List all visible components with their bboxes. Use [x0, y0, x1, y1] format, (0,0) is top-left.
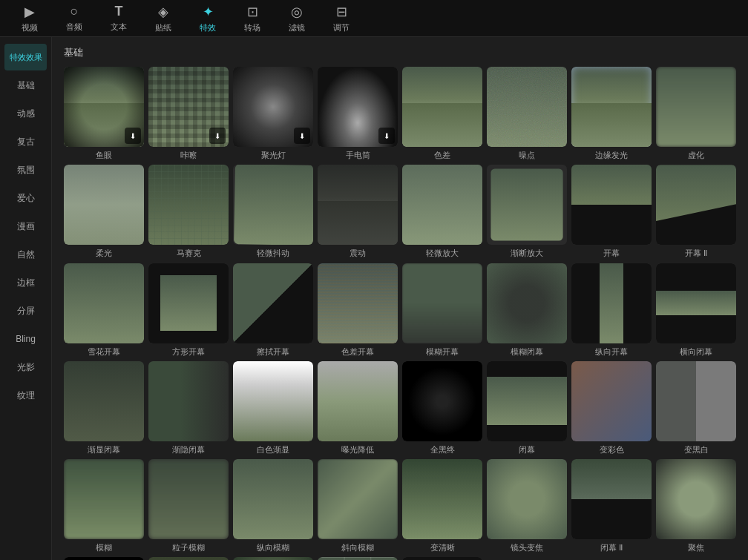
top-toolbar: ▶ 视频 ○ 音频 T 文本 ◈ 贴纸 ✦ 特效 ⊡ 转场 ◎ 滤镜 ⊟ 调节: [0, 0, 748, 37]
effect-vertical-open[interactable]: ⬇ 纵向开幕: [571, 263, 652, 357]
effect-blur-all[interactable]: ⬇ 虚化: [656, 67, 736, 160]
effect-chroma-open[interactable]: ⬇ 色差开幕: [318, 263, 398, 357]
label-noise: 咔嚓: [180, 150, 197, 160]
label-diagonal-blur: 斜向模糊: [341, 542, 374, 553]
toolbar-transitions-label: 转场: [244, 22, 260, 33]
filter-icon: ◎: [291, 4, 303, 20]
effect-flashlight[interactable]: ⬇ 手电筒: [318, 67, 398, 160]
sidebar-item-motion[interactable]: 动感: [4, 100, 47, 127]
toolbar-audio[interactable]: ○ 音频: [52, 2, 96, 35]
download-flashlight[interactable]: ⬇: [378, 128, 395, 144]
effect-film-frame[interactable]: ⬇ 电影画幅: [64, 557, 144, 560]
effect-fade-in[interactable]: ⬇ 渐显闭幕: [64, 361, 144, 455]
sidebar-item-all-effects[interactable]: 特效效果: [4, 44, 47, 70]
sidebar-item-retro[interactable]: 复古: [4, 128, 47, 155]
sidebar-item-basic[interactable]: 基础: [4, 72, 47, 99]
effect-film-effect[interactable]: ⬇ 电影感: [148, 557, 229, 560]
effect-snow-open[interactable]: ⬇ 雪花开幕: [64, 263, 144, 357]
label-all-black: 全黑终: [430, 444, 455, 455]
sidebar-item-light[interactable]: 光影: [4, 354, 47, 381]
toolbar-video-label: 视频: [22, 22, 38, 33]
effect-sharpen[interactable]: ⬇ 变清晰: [402, 459, 482, 553]
effect-dark-corner[interactable]: ⬇ 暗角: [233, 557, 313, 560]
effect-micro-shake[interactable]: ⬇ 轻微抖动: [233, 165, 313, 258]
effect-zoom-out[interactable]: ⬇ 渐断放大: [487, 165, 567, 258]
effect-motion-blur[interactable]: ⬇ 模糊: [64, 459, 144, 553]
effect-shake[interactable]: ⬇ 震动: [318, 165, 398, 258]
sidebar-item-texture[interactable]: 纹理: [4, 382, 47, 409]
label-close: 闭幕: [519, 444, 535, 455]
label-color-change: 变彩色: [600, 444, 624, 455]
toolbar-filter[interactable]: ◎ 滤镜: [275, 2, 319, 35]
label-soft-light: 柔光: [96, 248, 112, 258]
effect-vertical-blur[interactable]: ⬇ 纵向模糊: [233, 459, 313, 553]
effect-grain[interactable]: ⬇ 噪点: [487, 67, 567, 160]
effect-blur-open[interactable]: ⬇ 模糊开幕: [402, 263, 482, 357]
effect-all-black[interactable]: ⬇ 全黑终: [402, 361, 482, 455]
effect-square-open[interactable]: ⬇ 方形开幕: [148, 263, 229, 357]
label-vertical-open: 纵向开幕: [595, 346, 628, 357]
effect-heart-black[interactable]: ⬇ 心跳黑框: [402, 557, 482, 560]
sidebar-item-comic[interactable]: 漫画: [4, 213, 47, 240]
transitions-icon: ⊡: [247, 4, 258, 20]
label-micro-zoom: 轻微放大: [426, 248, 459, 258]
content-area: 基础 ⬇ 鱼眼 ⬇ 咔嚓 ⬇: [52, 37, 748, 560]
effect-fisheye[interactable]: ⬇ 鱼眼: [64, 67, 144, 160]
effect-overexpose[interactable]: ⬇ 曝光降低: [318, 361, 398, 455]
toolbar-text-label: 文本: [111, 22, 127, 33]
effect-fade2[interactable]: ⬇ 闭幕 Ⅱ: [571, 459, 652, 553]
effect-chroma[interactable]: ⬇ 色差: [402, 67, 482, 160]
toolbar-adjust[interactable]: ⊟ 调节: [319, 2, 364, 35]
effect-spotlight[interactable]: ⬇ 聚光灯: [233, 67, 313, 160]
effect-close[interactable]: ⬇ 闭幕: [487, 361, 567, 455]
effect-to-bw[interactable]: ⬇ 变黑白: [656, 361, 736, 455]
label-rub-open: 擦拭开幕: [257, 346, 289, 357]
sidebar-item-frame[interactable]: 边框: [4, 269, 47, 296]
effect-fade-out[interactable]: ⬇ 渐隐闭幕: [148, 361, 229, 455]
effect-rub-open[interactable]: ⬇ 擦拭开幕: [233, 263, 313, 357]
effect-zoom-lens[interactable]: ⬇ 镜头变焦: [487, 459, 567, 553]
download-noise[interactable]: ⬇: [209, 128, 226, 144]
effect-open2[interactable]: ⬇ 开幕 Ⅱ: [656, 165, 736, 258]
sidebar-item-split[interactable]: 分屏: [4, 297, 47, 324]
effect-mosaic[interactable]: ⬇ 马赛克: [148, 165, 229, 258]
label-grain: 噪点: [519, 150, 535, 160]
effect-blur-close[interactable]: ⬇ 模糊闭幕: [487, 263, 567, 357]
effect-white-fade[interactable]: ⬇ 白色渐显: [233, 361, 313, 455]
label-fade-in: 渐显闭幕: [88, 444, 120, 455]
text-icon: T: [115, 4, 123, 19]
effect-open1[interactable]: ⬇ 开幕: [571, 165, 652, 258]
label-square-open: 方形开幕: [172, 346, 205, 357]
toolbar-text[interactable]: T 文本: [96, 2, 141, 35]
label-fade-out: 渐隐闭幕: [172, 444, 205, 455]
download-spotlight[interactable]: ⬇: [294, 128, 310, 144]
toolbar-sticker-label: 贴纸: [155, 22, 171, 33]
effect-focus[interactable]: ⬇ 聚焦: [656, 459, 736, 553]
label-zoom-out: 渐断放大: [511, 248, 543, 258]
toolbar-sticker[interactable]: ◈ 贴纸: [141, 2, 186, 35]
label-edge-glow: 边缘发光: [595, 150, 628, 160]
effect-diagonal-blur[interactable]: ⬇ 斜向模糊: [318, 459, 398, 553]
effect-color-change[interactable]: ⬇ 变彩色: [571, 361, 652, 455]
video-icon: ▶: [24, 4, 35, 20]
effect-particle-blur[interactable]: ⬇ 粒子模糊: [148, 459, 229, 553]
label-shake: 震动: [350, 248, 366, 258]
label-blur-open: 模糊开幕: [426, 346, 459, 357]
effect-soft-light[interactable]: ⬇ 柔光: [64, 165, 144, 258]
toolbar-effects[interactable]: ✦ 特效: [186, 2, 230, 35]
download-fisheye[interactable]: ⬇: [125, 128, 141, 144]
sidebar-item-love[interactable]: 爱心: [4, 185, 47, 211]
effect-micro-zoom[interactable]: ⬇ 轻微放大: [402, 165, 482, 258]
label-motion-blur: 模糊: [96, 542, 112, 553]
sidebar-item-bling[interactable]: Bling: [4, 326, 47, 352]
effect-camera-grid[interactable]: ⬇ 相机网格: [318, 557, 398, 560]
effect-noise[interactable]: ⬇ 咔嚓: [148, 67, 229, 160]
toolbar-transitions[interactable]: ⊡ 转场: [230, 2, 275, 35]
toolbar-video[interactable]: ▶ 视频: [7, 2, 52, 35]
effect-edge-glow[interactable]: ⬇ 边缘发光: [571, 67, 652, 160]
label-white-fade: 白色渐显: [257, 444, 289, 455]
effect-horizontal-close[interactable]: ⬇ 横向闭幕: [656, 263, 736, 357]
sidebar: 特效效果 基础 动感 复古 氛围 爱心 漫画 自然 边框 分屏 Bling 光影…: [0, 37, 52, 560]
sidebar-item-atmosphere[interactable]: 氛围: [4, 157, 47, 183]
sidebar-item-nature[interactable]: 自然: [4, 241, 47, 268]
